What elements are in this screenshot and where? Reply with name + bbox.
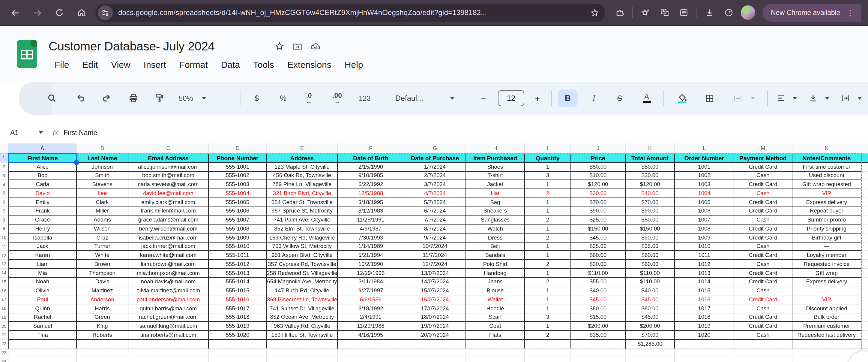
cell-H12[interactable]: Sandals — [466, 251, 525, 260]
cell-I22[interactable] — [525, 340, 571, 349]
translate-icon[interactable] — [656, 4, 673, 21]
row-header-8[interactable]: 8 — [0, 216, 8, 225]
text-color-button[interactable]: A — [638, 82, 655, 115]
cell-F15[interactable]: 3/11/1984 — [338, 278, 404, 287]
row-header-17[interactable]: 17 — [0, 295, 8, 304]
row-header-22[interactable]: 22 — [0, 340, 8, 349]
cell-B2[interactable]: Johnson — [77, 163, 128, 172]
cell-D15[interactable]: 555-1014 — [209, 278, 267, 287]
menu-format[interactable]: Format — [173, 58, 214, 72]
cell-I15[interactable]: 2 — [525, 278, 571, 287]
cell-I1[interactable]: Quantity — [525, 154, 571, 163]
cell-F21[interactable]: 4/16/1995 — [338, 331, 404, 340]
menu-edit[interactable]: Edit — [75, 58, 104, 72]
cell-H18[interactable]: Hoodie — [466, 304, 525, 313]
cell-B3[interactable]: Smith — [77, 171, 128, 180]
cell-B23[interactable] — [77, 349, 128, 358]
cell-J23[interactable] — [571, 349, 626, 358]
column-header-C[interactable]: C — [128, 143, 209, 154]
cell-J6[interactable]: $70.00 — [571, 198, 626, 207]
cell-I14[interactable]: 1 — [525, 269, 571, 278]
cell-C11[interactable]: jack.turner@mail.com — [128, 242, 209, 251]
cell-F12[interactable]: 5/21/1994 — [338, 251, 404, 260]
cell-M11[interactable]: Cash — [734, 242, 793, 251]
cell-G24[interactable] — [404, 358, 466, 362]
cell-extra-1[interactable] — [861, 154, 868, 163]
text-wrap-button[interactable] — [837, 82, 853, 115]
cell-E1[interactable]: Address — [267, 154, 338, 163]
document-title[interactable]: Customer Database- July 2024 — [49, 39, 215, 53]
cell-K21[interactable]: $70.00 — [626, 331, 675, 340]
cell-C2[interactable]: alice.johnson@mail.com — [128, 163, 209, 172]
cell-N17[interactable]: VIP — [793, 295, 861, 304]
column-header-M[interactable]: M — [734, 143, 793, 154]
cell-M5[interactable]: Cash — [734, 189, 793, 198]
cell-A22[interactable] — [8, 340, 77, 349]
cell-J21[interactable]: $35.00 — [571, 331, 626, 340]
cell-A15[interactable]: Noah — [8, 278, 77, 287]
cell-M22[interactable] — [734, 340, 793, 349]
cell-I4[interactable]: 1 — [525, 180, 571, 189]
cell-C21[interactable]: tina.roberts@mail.com — [128, 331, 209, 340]
cell-B17[interactable]: Anderson — [77, 295, 128, 304]
cell-E12[interactable]: 951 Aspen Blvd, Cityville — [267, 251, 338, 260]
cell-C23[interactable] — [128, 349, 209, 358]
cell-H14[interactable]: Handbag — [466, 269, 525, 278]
reading-list-icon[interactable] — [676, 4, 692, 21]
cell-E6[interactable]: 654 Cedar St, Townsville — [267, 198, 338, 207]
row-header-9[interactable]: 9 — [0, 225, 8, 233]
cell-G15[interactable]: 14/07/2024 — [404, 278, 466, 287]
cell-E21[interactable]: 159 Hilltop St, Townsville — [267, 331, 338, 340]
cell-E8[interactable]: 741 Palm Ave, Cityville — [267, 216, 338, 225]
cell-extra-16[interactable] — [861, 287, 868, 296]
cell-F8[interactable]: 11/25/1991 — [338, 216, 404, 225]
cell-I16[interactable]: 1 — [525, 287, 571, 296]
cell-A3[interactable]: Bob — [8, 171, 77, 180]
cell-N11[interactable]: — — [793, 242, 861, 251]
menu-help[interactable]: Help — [338, 58, 370, 72]
cell-N22[interactable] — [793, 340, 861, 349]
italic-button[interactable]: I — [586, 82, 602, 115]
cell-G11[interactable]: 10/7/2024 — [404, 242, 466, 251]
row-header-3[interactable]: 3 — [0, 171, 8, 180]
cell-A13[interactable]: Liam — [8, 260, 77, 269]
cell-K23[interactable] — [626, 349, 675, 358]
cell-M18[interactable]: Cash — [734, 304, 793, 313]
site-settings-icon[interactable] — [98, 5, 113, 20]
cell-A6[interactable]: Emily — [8, 198, 77, 207]
cell-H8[interactable]: Sunglasses — [466, 216, 525, 225]
cell-C14[interactable]: mia.thompson@mail.com — [128, 269, 209, 278]
row-header-13[interactable]: 13 — [0, 260, 8, 269]
cell-B10[interactable]: Cruz — [77, 233, 128, 243]
cell-H19[interactable]: Scarf — [466, 313, 525, 322]
vertical-align-button[interactable] — [805, 82, 820, 115]
cell-E13[interactable]: 357 Cypress Rd, Townsville — [267, 260, 338, 269]
print-icon[interactable] — [124, 82, 142, 115]
cell-M8[interactable]: Cash — [734, 216, 793, 225]
font-size-input[interactable]: 12 — [498, 90, 524, 106]
cell-J19[interactable]: $15.00 — [571, 313, 626, 322]
cell-G20[interactable]: 19/07/2024 — [404, 322, 466, 331]
column-header-A[interactable]: A — [8, 143, 77, 154]
cell-B14[interactable]: Thompson — [77, 269, 128, 278]
merge-cells-dropdown[interactable] — [748, 82, 757, 115]
cell-I2[interactable]: 1 — [525, 163, 571, 172]
cell-J1[interactable]: Price — [571, 154, 626, 163]
cell-C10[interactable]: isabella.cruz@mail.com — [128, 233, 209, 243]
cell-J9[interactable]: $150.00 — [571, 225, 626, 233]
row-header-14[interactable]: 14 — [0, 269, 8, 278]
cell-G5[interactable]: 4/7/2024 — [404, 189, 466, 198]
cell-D12[interactable]: 555-1011 — [209, 251, 267, 260]
decrease-font-size-button[interactable]: − — [476, 82, 491, 115]
cell-K7[interactable]: $90.00 — [626, 207, 675, 216]
column-header-extra[interactable] — [861, 143, 868, 154]
cell-D13[interactable]: 555-1012 — [209, 260, 267, 269]
cell-D20[interactable]: 555-1019 — [209, 322, 267, 331]
cell-C3[interactable]: bob.smith@mail.com — [128, 171, 209, 180]
row-header-12[interactable]: 12 — [0, 251, 8, 260]
performance-gauge-icon[interactable] — [720, 4, 737, 21]
cell-F13[interactable]: 10/2/1990 — [338, 260, 404, 269]
cell-N23[interactable] — [793, 349, 861, 358]
cell-H17[interactable]: Wallet — [466, 295, 525, 304]
cell-N5[interactable]: VIP — [793, 189, 861, 198]
